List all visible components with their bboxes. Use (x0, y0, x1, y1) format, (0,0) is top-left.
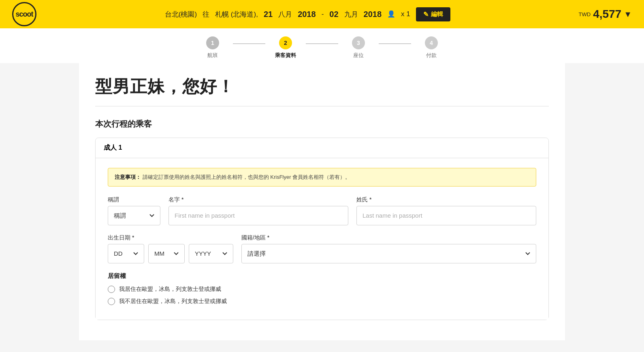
firstname-required: * (181, 196, 183, 203)
step-3: 3 座位 (338, 36, 379, 59)
page-title: 型男正妹，您好！ (95, 75, 549, 98)
flight-end-year: 2018 (364, 10, 382, 19)
step-1-label: 航班 (207, 52, 218, 59)
residency-option-1-label: 我居住在歐盟，冰島，列支敦士登或挪威 (119, 286, 221, 293)
edit-label: 編輯 (431, 11, 443, 18)
firstname-input[interactable] (168, 206, 348, 225)
flight-from: 台北(桃園) (165, 10, 197, 19)
step-3-circle: 3 (352, 36, 365, 49)
progress-bar: 1 航班 2 乘客資料 3 座位 4 付款 (0, 28, 644, 63)
salutation-select[interactable]: 稱謂 先生 女士 小姐 (108, 206, 160, 225)
residency-option-1[interactable]: 我居住在歐盟，冰島，列支敦士登或挪威 (108, 286, 536, 293)
passenger-card: 成人 1 注意事項： 請確定訂票使用的姓名與護照上的姓名相符，也與您的 Kris… (95, 138, 549, 320)
lastname-required: * (369, 196, 371, 203)
residency-radio-1[interactable] (108, 286, 115, 293)
flight-start-day: 21 (264, 10, 273, 19)
residency-option-2[interactable]: 我不居住在歐盟，冰島，列支敦士登或挪威 (108, 298, 536, 305)
dob-required: * (132, 234, 134, 241)
step-connector-2 (306, 43, 338, 44)
scoot-logo: scoot (12, 2, 36, 26)
step-4: 4 付款 (411, 36, 452, 59)
firstname-group: 名字 * (168, 196, 348, 225)
notice-label: 注意事項： (115, 174, 141, 180)
dob-selects: DD MM YYYY (108, 244, 233, 263)
step-4-label: 付款 (426, 52, 437, 59)
passenger-card-body: 注意事項： 請確定訂票使用的姓名與護照上的姓名相符，也與您的 KrisFlyer… (96, 158, 548, 320)
flight-to: 札幌 (北海道), (215, 10, 258, 19)
step-3-label: 座位 (353, 52, 364, 59)
step-2: 2 乘客資料 (265, 36, 306, 59)
dob-day-select[interactable]: DD (108, 244, 144, 263)
name-row: 稱謂 稱謂 先生 女士 小姐 名字 * (108, 196, 536, 225)
price-amount: 4,577 (593, 8, 621, 21)
passenger-card-header: 成人 1 (96, 138, 548, 158)
notice-text: 請確定訂票使用的姓名與護照上的姓名相符，也與您的 KrisFlyer 會員姓名相… (143, 174, 351, 180)
pencil-icon (423, 11, 429, 18)
lastname-label: 姓氏 * (356, 196, 536, 204)
flight-start-month: 八月 (278, 10, 292, 19)
notice-banner: 注意事項： 請確定訂票使用的姓名與護照上的姓名相符，也與您的 KrisFlyer… (108, 168, 536, 187)
section-title: 本次行程的乘客 (95, 119, 549, 129)
logo-container: scoot (12, 2, 36, 26)
nationality-select[interactable]: 請選擇 (241, 244, 536, 263)
dob-year-select[interactable]: YYYY (189, 244, 233, 263)
person-icon (387, 10, 395, 18)
passenger-count: x 1 (401, 10, 410, 18)
step-2-label: 乘客資料 (275, 52, 296, 59)
residency-option-2-label: 我不居住在歐盟，冰島，列支敦士登或挪威 (119, 298, 227, 305)
step-4-circle: 4 (425, 36, 438, 49)
steps-container: 1 航班 2 乘客資料 3 座位 4 付款 (192, 36, 452, 59)
price-display: TWD 4,577 ▼ (579, 8, 632, 21)
main-content: 型男正妹，您好！ 本次行程的乘客 成人 1 注意事項： 請確定訂票使用的姓名與護… (79, 63, 565, 340)
dob-nationality-row: 出生日期 * DD MM YYYY (108, 234, 536, 263)
nationality-group: 國籍/地區 * 請選擇 (241, 234, 536, 263)
dob-label: 出生日期 * (108, 234, 233, 242)
step-1-circle: 1 (206, 36, 219, 49)
dob-group: 出生日期 * DD MM YYYY (108, 234, 233, 263)
step-connector-1 (233, 43, 265, 44)
flight-end-month: 九月 (344, 10, 358, 19)
residency-title: 居留權 (108, 272, 536, 280)
lastname-group: 姓氏 * (356, 196, 536, 225)
flight-separator: - (322, 10, 324, 18)
edit-button[interactable]: 編輯 (416, 7, 450, 21)
lastname-input[interactable] (356, 206, 536, 225)
flight-info: 台北(桃園) 往 札幌 (北海道), 21 八月 2018 - 02 九月 20… (36, 7, 579, 21)
residency-section: 居留權 我居住在歐盟，冰島，列支敦士登或挪威 我不居住在歐盟，冰島，列支敦士登或… (108, 272, 536, 305)
page-header: scoot 台北(桃園) 往 札幌 (北海道), 21 八月 2018 - 02… (0, 0, 644, 28)
nationality-required: * (267, 234, 269, 241)
residency-radio-2[interactable] (108, 298, 115, 305)
step-1: 1 航班 (192, 36, 233, 59)
currency-label: TWD (579, 11, 591, 17)
flight-end-day: 02 (329, 10, 338, 19)
title-divider (95, 106, 549, 106)
firstname-label: 名字 * (168, 196, 348, 204)
step-connector-3 (379, 43, 411, 44)
nationality-label: 國籍/地區 * (241, 234, 536, 242)
salutation-group: 稱謂 稱謂 先生 女士 小姐 (108, 196, 160, 225)
price-chevron-icon[interactable]: ▼ (624, 10, 632, 19)
flight-direction: 往 (203, 10, 209, 19)
salutation-label: 稱謂 (108, 196, 160, 204)
step-2-circle: 2 (279, 36, 292, 49)
flight-start-year: 2018 (298, 10, 316, 19)
dob-month-select[interactable]: MM (148, 244, 185, 263)
